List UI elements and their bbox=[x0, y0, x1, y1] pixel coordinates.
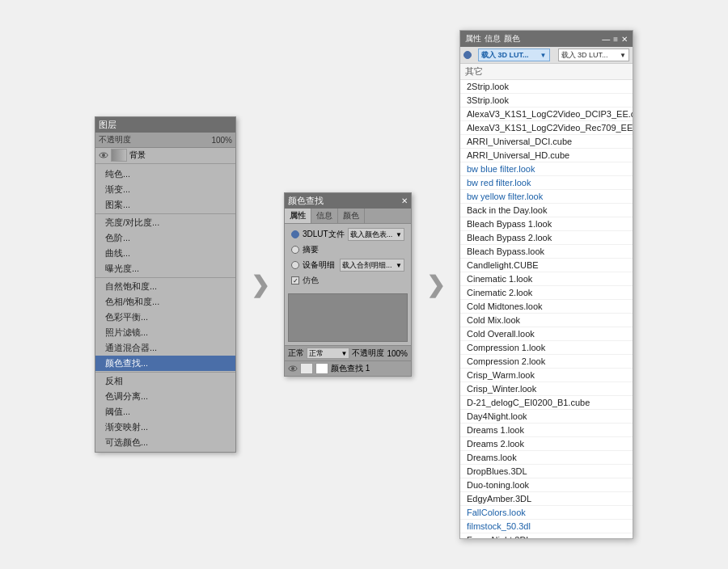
panel1-opacity-value: 100% bbox=[211, 136, 232, 145]
menu-item-6[interactable]: 曝光度... bbox=[95, 261, 235, 276]
menu-item-15[interactable]: 阈值... bbox=[95, 404, 235, 419]
panel2-tab-info[interactable]: 信息 bbox=[311, 209, 338, 223]
menu-item-0[interactable]: 纯色... bbox=[95, 166, 235, 182]
list-item-33[interactable]: FoggyNight.3DL bbox=[460, 533, 633, 538]
panel2-tab-properties[interactable]: 属性 bbox=[285, 209, 311, 223]
panel1-layer-row: 背景 bbox=[95, 148, 235, 162]
list-item-30[interactable]: EdgyAmber.3DL bbox=[460, 492, 633, 506]
arrow-2: ❯ bbox=[426, 272, 445, 298]
list-item-8[interactable]: bw yellow filter.look bbox=[460, 190, 633, 204]
list-item-19[interactable]: Compression 1.look bbox=[460, 341, 633, 355]
list-item-32[interactable]: filmstock_50.3dl bbox=[460, 520, 633, 533]
list-item-7[interactable]: bw red filter.look bbox=[460, 176, 633, 190]
list-item-10[interactable]: Bleach Bypass 1.look bbox=[460, 217, 633, 231]
menu-item-color-lookup[interactable]: 颜色查找... bbox=[95, 356, 235, 371]
list-item-6[interactable]: bw blue filter.look bbox=[460, 162, 633, 176]
menu-item-9[interactable]: 色彩平衡... bbox=[95, 310, 235, 325]
main-container: 图层 不透明度 100% 背景 纯色... 渐变... 图案... 亮度/对比度… bbox=[0, 0, 728, 569]
list-item-13[interactable]: Candlelight.CUBE bbox=[460, 259, 633, 272]
panel3-close-icon[interactable]: ✕ bbox=[621, 35, 628, 44]
list-item-18[interactable]: Cold Overall.look bbox=[460, 327, 633, 341]
list-item-31[interactable]: FallColors.look bbox=[460, 506, 633, 520]
panel3-menu-icon[interactable]: ≡ bbox=[613, 35, 618, 44]
list-item-14[interactable]: Cinematic 1.look bbox=[460, 272, 633, 286]
list-item-1[interactable]: 3Strip.look bbox=[460, 94, 633, 107]
panel2-close-icon[interactable]: ✕ bbox=[401, 196, 408, 205]
list-item-21[interactable]: Crisp_Warm.look bbox=[460, 369, 633, 382]
menu-item-14[interactable]: 色调分离... bbox=[95, 389, 235, 404]
list-item-4[interactable]: ARRI_Universal_DCI.cube bbox=[460, 135, 633, 149]
panel3-minimize-icon[interactable]: — bbox=[602, 35, 610, 44]
panel3-list[interactable]: 2Strip.look3Strip.lookAlexaV3_K1S1_LogC2… bbox=[460, 80, 633, 538]
list-item-27[interactable]: Dreams.look bbox=[460, 451, 633, 465]
list-item-28[interactable]: DropBlues.3DL bbox=[460, 465, 633, 478]
panel1-header: 图层 bbox=[95, 117, 235, 133]
panel2-layer-icons: 颜色查找 1 bbox=[285, 360, 411, 376]
panel1-layers: 图层 不透明度 100% 背景 纯色... 渐变... 图案... 亮度/对比度… bbox=[95, 116, 236, 453]
list-item-26[interactable]: Dreams 2.look bbox=[460, 437, 633, 451]
menu-item-17[interactable]: 可选颜色... bbox=[95, 435, 235, 450]
layer-name: 背景 bbox=[129, 150, 146, 161]
menu-item-11[interactable]: 通道混合器... bbox=[95, 340, 235, 356]
panel2-preview bbox=[288, 293, 408, 342]
lut-select1-value: 载入颜色表... bbox=[350, 230, 393, 240]
list-item-20[interactable]: Compression 2.look bbox=[460, 355, 633, 369]
menu-item-8[interactable]: 色相/饱和度... bbox=[95, 294, 235, 310]
list-item-25[interactable]: Dreams 1.look bbox=[460, 424, 633, 437]
panel2-lut-row2: 摘要 bbox=[288, 242, 408, 257]
radio-summary[interactable] bbox=[291, 246, 299, 254]
radio-3dlut[interactable] bbox=[291, 230, 299, 238]
list-item-29[interactable]: Duo-toning.look bbox=[460, 478, 633, 492]
menu-item-2[interactable]: 图案... bbox=[95, 197, 235, 213]
panel2-header: 颜色查找 ✕ bbox=[285, 193, 411, 209]
panel2-tab-color[interactable]: 颜色 bbox=[338, 209, 365, 223]
list-item-12[interactable]: Bleach Bypass.look bbox=[460, 245, 633, 259]
menu-item-3[interactable]: 亮度/对比度... bbox=[95, 215, 235, 230]
mode-dropdown-arrow: ▼ bbox=[341, 350, 348, 357]
lut-select2-value: 载入合剂明细... bbox=[342, 260, 392, 271]
list-item-16[interactable]: Cold Midtones.look bbox=[460, 300, 633, 314]
menu-item-13[interactable]: 反相 bbox=[95, 373, 235, 389]
panel3-other-dropdown-arrow: ▼ bbox=[620, 52, 626, 59]
list-item-24[interactable]: Day4Night.look bbox=[460, 410, 633, 424]
panel2-opacity-label: 不透明度 bbox=[352, 348, 384, 359]
panel2-layer-thumb bbox=[300, 363, 313, 374]
panel3-header-left-icons: 属性 信息 颜色 bbox=[465, 33, 520, 44]
list-item-3[interactable]: AlexaV3_K1S1_LogC2Video_Rec709_EE.cube bbox=[460, 121, 633, 135]
panel1-toolbar-label: 不透明度 bbox=[99, 134, 131, 145]
menu-item-10[interactable]: 照片滤镜... bbox=[95, 325, 235, 340]
list-item-5[interactable]: ARRI_Universal_HD.cube bbox=[460, 149, 633, 162]
list-item-15[interactable]: Cinematic 2.look bbox=[460, 286, 633, 300]
menu-item-16[interactable]: 渐变映射... bbox=[95, 419, 235, 435]
panel3-radio-3dlut[interactable] bbox=[463, 51, 472, 59]
panel3-active-dropdown-arrow: ▼ bbox=[540, 52, 547, 59]
list-item-23[interactable]: D-21_delogC_EI0200_B1.cube bbox=[460, 396, 633, 410]
panel2-eye-icon[interactable] bbox=[288, 364, 298, 373]
panel2-lut-row1: 3DLUT文件 载入颜色表... ▼ bbox=[288, 226, 408, 242]
panel2-lut-select2[interactable]: 载入合剂明细... ▼ bbox=[340, 259, 404, 272]
menu-item-4[interactable]: 色阶... bbox=[95, 230, 235, 246]
menu-item-7[interactable]: 自然饱和度... bbox=[95, 279, 235, 294]
lut-dropdown-arrow1: ▼ bbox=[396, 231, 402, 238]
list-item-22[interactable]: Crisp_Winter.look bbox=[460, 382, 633, 396]
menu-item-5[interactable]: 曲线... bbox=[95, 246, 235, 261]
panel3-info-icon: 信息 bbox=[485, 33, 501, 44]
list-item-11[interactable]: Bleach Bypass 2.look bbox=[460, 231, 633, 245]
list-item-0[interactable]: 2Strip.look bbox=[460, 80, 633, 94]
list-item-2[interactable]: AlexaV3_K1S1_LogC2Video_DCIP3_EE.cube bbox=[460, 107, 633, 121]
lut-dropdown-arrow2: ▼ bbox=[396, 262, 402, 269]
panel1-toolbar: 不透明度 100% bbox=[95, 133, 235, 148]
panel3-lut-select-other[interactable]: 载入 3D LUT... ▼ bbox=[558, 48, 630, 61]
list-item-17[interactable]: Cold Mix.look bbox=[460, 314, 633, 327]
panel3-color-icon: 颜色 bbox=[504, 33, 520, 44]
panel2-mode-select[interactable]: 正常 ▼ bbox=[307, 348, 349, 359]
panel3-header: 属性 信息 颜色 — ≡ ✕ bbox=[460, 31, 633, 47]
radio-device[interactable] bbox=[291, 261, 299, 269]
list-item-9[interactable]: Back in the Day.look bbox=[460, 204, 633, 217]
panel3-lut-select-active[interactable]: 载入 3D LUT... ▼ bbox=[478, 48, 550, 61]
panel2-color-lookup: 颜色查找 ✕ 属性 信息 颜色 3DLUT文件 载入颜色表... ▼ 摘要 bbox=[284, 192, 412, 377]
dither-checkbox[interactable]: ✓ bbox=[291, 276, 299, 284]
menu-item-1[interactable]: 渐变... bbox=[95, 182, 235, 197]
panel2-lut-select1[interactable]: 载入颜色表... ▼ bbox=[348, 228, 404, 241]
panel1-header-title: 图层 bbox=[99, 119, 116, 131]
